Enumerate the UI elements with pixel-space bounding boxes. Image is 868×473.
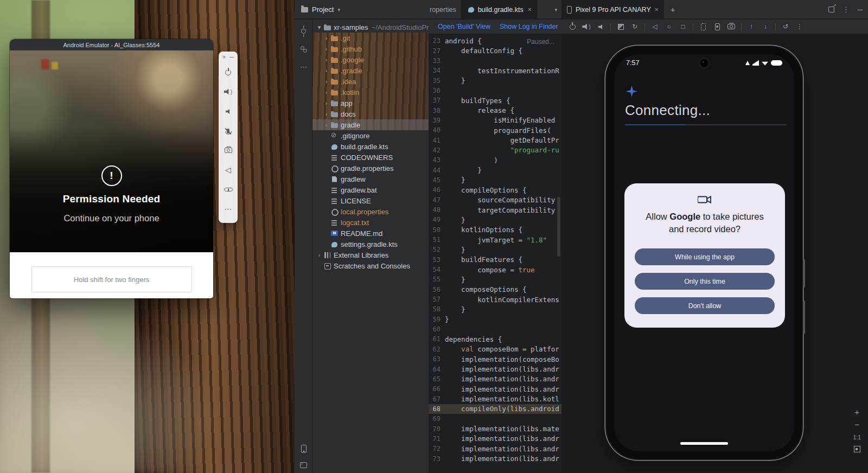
chevron-icon[interactable]: › bbox=[316, 252, 323, 258]
chevron-icon[interactable]: › bbox=[323, 46, 330, 52]
tree-item-external-libraries[interactable]: ›External Libraries bbox=[312, 250, 429, 260]
code-line-64[interactable]: 64 implementation(libs.andr bbox=[429, 364, 561, 374]
code-line-40[interactable]: 40 proguardFiles( bbox=[429, 125, 561, 135]
emulator-toolbar[interactable]: × ─ ) ◁ ⋯ bbox=[219, 52, 238, 223]
chevron-icon[interactable]: › bbox=[323, 67, 330, 74]
code-line-56[interactable]: 56 composeOptions { bbox=[429, 285, 561, 295]
tree-item--gitignore[interactable]: .gitignore bbox=[312, 130, 429, 141]
code-line-72[interactable]: 72 implementation(libs.andr bbox=[429, 444, 561, 453]
code-line-38[interactable]: 38 release { bbox=[429, 105, 561, 115]
download-icon[interactable]: ↓ bbox=[761, 22, 770, 31]
editor-scrollbar[interactable] bbox=[557, 197, 560, 257]
running-devices-tool-icon[interactable] bbox=[295, 442, 312, 456]
tree-item-docs[interactable]: ›docs bbox=[312, 108, 429, 119]
tree-item-build-gradle-kts[interactable]: build.gradle.kts bbox=[312, 141, 429, 152]
code-line-49[interactable]: 49 } bbox=[429, 215, 561, 225]
chevron-icon[interactable]: › bbox=[323, 100, 330, 106]
add-device-tab-icon[interactable]: + bbox=[664, 0, 682, 19]
volume-down-icon[interactable] bbox=[219, 101, 238, 121]
tab-list-chevron-icon[interactable]: ▾ bbox=[554, 7, 557, 12]
code-line-67[interactable]: 67 implementation(libs.kotl bbox=[429, 394, 561, 404]
zoom-out-button[interactable]: − bbox=[854, 421, 859, 429]
code-line-33[interactable]: 33 bbox=[429, 56, 561, 66]
commit-tool-icon[interactable] bbox=[295, 24, 312, 38]
code-line-27[interactable]: 27 defaultConfig { bbox=[429, 46, 561, 55]
back-icon[interactable]: ◁ bbox=[219, 160, 238, 180]
zoom-to-fit-icon[interactable] bbox=[854, 446, 860, 453]
navigation-handle[interactable] bbox=[680, 442, 728, 445]
tree-item-license[interactable]: LICENSE bbox=[312, 195, 429, 206]
code-line-44[interactable]: 44 } bbox=[429, 165, 561, 175]
minimize-icon[interactable]: ─ bbox=[229, 54, 234, 60]
close-tab-icon[interactable]: × bbox=[528, 6, 532, 14]
chevron-icon[interactable]: › bbox=[323, 78, 330, 85]
tree-item-scratches-and-consoles[interactable]: Scratches and Consoles bbox=[312, 260, 429, 271]
code-line-50[interactable]: 50 kotlinOptions { bbox=[429, 225, 561, 235]
open-build-view-link[interactable]: Open 'Build' View bbox=[438, 23, 490, 30]
camera-icon[interactable] bbox=[219, 140, 238, 160]
upload-icon[interactable]: ↑ bbox=[747, 22, 756, 31]
volume-up-icon[interactable]: ) bbox=[582, 22, 591, 31]
code-line-54[interactable]: 54 compose = true bbox=[429, 265, 561, 274]
home-icon[interactable]: ○ bbox=[665, 22, 673, 31]
tree-item--kotlin[interactable]: ›.kotlin bbox=[312, 87, 429, 98]
emulator-screen[interactable]: ! Permission Needed Continue on your pho… bbox=[10, 50, 213, 252]
volume-down-icon[interactable] bbox=[596, 22, 605, 31]
pull-requests-tool-icon[interactable] bbox=[295, 42, 312, 56]
fold-device-icon[interactable] bbox=[616, 22, 625, 31]
screenshot-icon[interactable] bbox=[699, 22, 707, 31]
close-tab-icon[interactable]: × bbox=[655, 6, 659, 14]
chevron-down-icon[interactable]: ▾ bbox=[337, 7, 340, 12]
dont-allow-button[interactable]: Don't allow bbox=[635, 297, 775, 314]
power-icon[interactable] bbox=[219, 62, 238, 82]
tree-item-gradle-properties[interactable]: gradle.properties bbox=[312, 163, 429, 174]
tree-item-gradlew[interactable]: gradlew bbox=[312, 174, 429, 184]
tree-item--google[interactable]: ›.google bbox=[312, 54, 429, 65]
while-using-app-button[interactable]: While using the app bbox=[635, 248, 775, 265]
tab-build-gradle-kts[interactable]: build.gradle.kts × bbox=[462, 0, 537, 19]
code-line-60[interactable]: 60 bbox=[429, 324, 561, 334]
code-line-62[interactable]: 62 val composeBom = platfor bbox=[429, 344, 561, 354]
tab-gradle-properties[interactable]: roperties bbox=[429, 0, 462, 19]
hide-panel-icon[interactable]: ─ bbox=[858, 5, 863, 14]
overview-icon[interactable]: □ bbox=[679, 22, 687, 31]
open-in-new-window-icon[interactable] bbox=[828, 7, 834, 12]
code-line-41[interactable]: 41 getDefaultPr bbox=[429, 135, 561, 145]
code-line-58[interactable]: 58 } bbox=[429, 304, 561, 314]
code-area[interactable]: Paused... 23android {27 defaultConfig {3… bbox=[429, 34, 561, 464]
zoom-in-button[interactable]: + bbox=[854, 408, 859, 416]
code-line-59[interactable]: 59} bbox=[429, 315, 561, 324]
code-line-61[interactable]: 61dependencies { bbox=[429, 334, 561, 344]
tree-item-settings-gradle-kts[interactable]: settings.gradle.kts bbox=[312, 239, 429, 250]
phone-screen[interactable]: 7:57 Connecting... bbox=[614, 54, 794, 451]
pixel-9-pro-mirror[interactable]: 7:57 Connecting... bbox=[607, 47, 802, 459]
code-line-69[interactable]: 69 bbox=[429, 414, 561, 424]
tree-item-xr-samples[interactable]: ▾xr-samples~/AndroidStudioProj bbox=[312, 22, 429, 33]
code-line-63[interactable]: 63 implementation(composeBo bbox=[429, 354, 561, 364]
close-icon[interactable]: × bbox=[222, 54, 226, 60]
rotate-icon[interactable]: ↻ bbox=[630, 22, 639, 31]
power-icon[interactable] bbox=[568, 22, 577, 31]
chevron-icon[interactable]: › bbox=[323, 89, 330, 95]
tree-item-gradle[interactable]: ›gradle bbox=[312, 119, 429, 130]
code-line-47[interactable]: 47 sourceCompatibility bbox=[429, 195, 561, 205]
code-line-46[interactable]: 46 compileOptions { bbox=[429, 185, 561, 195]
more-icon[interactable]: ⋯ bbox=[219, 199, 238, 219]
tree-item-codeowners[interactable]: CODEOWNERS bbox=[312, 152, 429, 163]
code-line-52[interactable]: 52 } bbox=[429, 245, 561, 254]
code-editor[interactable]: Open 'Build' View Show Log in Finder Pau… bbox=[429, 20, 561, 473]
android-emulator-window[interactable]: Android Emulator - AI_Glasses:5554 ! Per… bbox=[10, 39, 213, 298]
tree-item-gradlew-bat[interactable]: gradlew.bat bbox=[312, 184, 429, 195]
show-log-in-finder-link[interactable]: Show Log in Finder bbox=[500, 23, 558, 30]
chevron-icon[interactable]: › bbox=[323, 111, 330, 117]
tree-item--git[interactable]: ›.git bbox=[312, 33, 429, 43]
code-line-71[interactable]: 71 implementation(libs.andr bbox=[429, 434, 561, 444]
mic-off-icon[interactable] bbox=[219, 121, 238, 140]
code-line-48[interactable]: 48 targetCompatibility bbox=[429, 205, 561, 215]
chevron-icon[interactable]: › bbox=[323, 122, 330, 128]
chevron-icon[interactable]: › bbox=[323, 56, 330, 63]
code-line-51[interactable]: 51 jvmTarget = "1.8" bbox=[429, 235, 561, 245]
screen-record-icon[interactable] bbox=[713, 22, 722, 31]
chevron-icon[interactable]: › bbox=[323, 35, 330, 41]
project-panel-header[interactable]: Project ▾ bbox=[295, 0, 429, 19]
